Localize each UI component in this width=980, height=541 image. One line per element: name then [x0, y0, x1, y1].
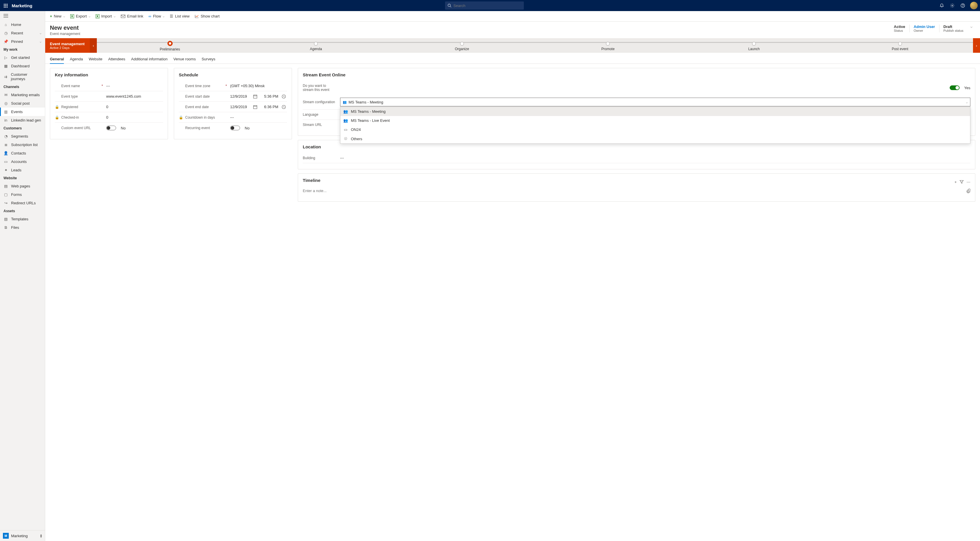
- cmd-email-link[interactable]: Email link: [119, 13, 145, 19]
- mail-icon: [121, 14, 126, 18]
- add-icon[interactable]: +: [955, 180, 957, 184]
- toggle-off[interactable]: [106, 125, 116, 130]
- search-input[interactable]: [453, 3, 522, 8]
- field-custom-url[interactable]: Custom event URL No: [55, 123, 163, 133]
- stage-preliminaries[interactable]: Preliminaries: [97, 40, 243, 51]
- field-building[interactable]: Building ---: [303, 153, 970, 163]
- teams-icon: 👥: [343, 109, 348, 114]
- tab-general[interactable]: General: [50, 55, 64, 63]
- card-key-information: Key information Event name* --- Event ty…: [50, 68, 168, 139]
- field-event-name[interactable]: Event name* ---: [55, 81, 163, 91]
- stage-organize[interactable]: Organize: [389, 40, 535, 51]
- area-switcher[interactable]: M Marketing ▴▾: [0, 530, 45, 541]
- clock-icon[interactable]: [281, 94, 287, 98]
- nav-segments[interactable]: ◔Segments: [0, 132, 45, 141]
- dd-option-others[interactable]: ⦾Others: [340, 134, 970, 143]
- chevron-down-icon: ⌵: [63, 14, 65, 18]
- attach-icon[interactable]: [966, 189, 970, 193]
- plus-icon: +: [50, 14, 52, 18]
- files-icon: 🗎: [3, 225, 8, 230]
- template-icon: ▧: [3, 217, 8, 221]
- nav-social-post[interactable]: ◎Social post: [0, 99, 45, 108]
- stage-launch[interactable]: Launch: [681, 40, 827, 51]
- area-badge: M: [3, 533, 9, 539]
- excel-icon: X: [95, 14, 99, 18]
- header-expand[interactable]: ⌵: [967, 24, 975, 29]
- journey-icon: ⇉: [3, 75, 8, 79]
- app-launcher[interactable]: [0, 0, 11, 11]
- cmd-import[interactable]: XImport⌵: [94, 13, 117, 19]
- lock-icon: 🔒: [55, 116, 59, 119]
- stage-promote[interactable]: Promote: [535, 40, 681, 51]
- nav-events[interactable]: ▥Events: [0, 108, 45, 116]
- field-timezone[interactable]: Event time zone* (GMT +05:30) Minsk: [179, 81, 287, 91]
- more-icon[interactable]: ⋯: [967, 180, 970, 184]
- clock-icon[interactable]: [281, 105, 287, 109]
- person-icon: 👤: [3, 151, 8, 155]
- tab-agenda[interactable]: Agenda: [70, 55, 83, 63]
- nav-subscription-list[interactable]: ≣Subscription list: [0, 141, 45, 149]
- flow-icon: ∞: [148, 14, 151, 18]
- toggle-on[interactable]: [950, 86, 959, 90]
- tab-additional-information[interactable]: Additional information: [131, 55, 168, 63]
- stage-agenda[interactable]: Agenda: [243, 40, 389, 51]
- stream-config-select[interactable]: 👥 MS Teams - Meeting ⌵ 👥MS Teams - Meeti…: [340, 98, 970, 106]
- nav-home[interactable]: ⌂Home: [0, 21, 45, 29]
- nav-dashboard[interactable]: ▦Dashboard: [0, 62, 45, 70]
- tab-surveys[interactable]: Surveys: [202, 55, 215, 63]
- sidebar-toggle[interactable]: [0, 11, 45, 21]
- page-title: New event: [50, 24, 80, 31]
- cmd-new[interactable]: +New⌵: [48, 13, 67, 19]
- nav-get-started[interactable]: ▷Get started: [0, 53, 45, 62]
- calendar-icon[interactable]: [252, 94, 258, 98]
- current-stage[interactable]: Event management Active 2 Days: [45, 38, 90, 53]
- page-header: New event Event management ActiveStatusA…: [45, 22, 980, 38]
- nav-accounts[interactable]: ▭Accounts: [0, 157, 45, 166]
- cmd-show-chart[interactable]: Show chart: [193, 13, 221, 19]
- cmd-list-view[interactable]: ☰List view: [168, 13, 191, 19]
- field-start-date[interactable]: Event start date 12/9/2019 5:36 PM: [179, 91, 287, 102]
- settings-button[interactable]: [947, 0, 957, 11]
- dd-option-on24[interactable]: ▭ON24: [340, 125, 970, 134]
- dd-option-ms-teams-meeting[interactable]: 👥MS Teams - Meeting: [340, 107, 970, 116]
- stage-prev[interactable]: ‹: [90, 38, 97, 53]
- page-subtitle: Event management: [50, 32, 80, 36]
- cmd-export[interactable]: XExport⌵: [68, 13, 92, 19]
- field-end-date[interactable]: Event end date 12/9/2019 6:36 PM: [179, 102, 287, 112]
- notifications-button[interactable]: [937, 0, 947, 11]
- nav-customer-journeys[interactable]: ⇉Customer journeys: [0, 70, 45, 83]
- field-stream-toggle[interactable]: Do you want to stream this event Yes: [303, 81, 970, 95]
- field-event-type[interactable]: Event type www.event1245.com: [55, 91, 163, 102]
- help-button[interactable]: [958, 0, 968, 11]
- nav-web-pages[interactable]: ▤Web pages: [0, 182, 45, 190]
- nav-templates[interactable]: ▧Templates: [0, 215, 45, 223]
- nav-forms[interactable]: ▢Forms: [0, 190, 45, 199]
- tab-venue-rooms[interactable]: Venue rooms: [173, 55, 196, 63]
- status-owner[interactable]: Admin UserOwner: [909, 24, 939, 32]
- card-location: Location Building ---: [298, 140, 975, 169]
- dashboard-icon: ▦: [3, 64, 8, 68]
- nav-leads[interactable]: ✦Leads: [0, 166, 45, 174]
- global-search[interactable]: [445, 2, 524, 10]
- stage-post-event[interactable]: Post event: [827, 40, 973, 51]
- field-recurring[interactable]: Recurring event No: [179, 123, 287, 133]
- dd-option-ms-teams-live-event[interactable]: 👥MS Teams - Live Event: [340, 116, 970, 125]
- nav-contacts[interactable]: 👤Contacts: [0, 149, 45, 157]
- nav-files[interactable]: 🗎Files: [0, 223, 45, 232]
- chevron-down-icon: ⌵: [40, 40, 41, 43]
- nav-redirect-urls[interactable]: ↪Redirect URLs: [0, 199, 45, 207]
- nav-linkedin-lead-gen[interactable]: inLinkedIn lead gen: [0, 116, 45, 124]
- cmd-flow[interactable]: ∞Flow⌵: [147, 13, 166, 19]
- segments-icon: ◔: [3, 134, 8, 138]
- filter-icon[interactable]: [959, 180, 964, 184]
- nav-pinned[interactable]: 📌Pinned⌵: [0, 37, 45, 46]
- calendar-icon[interactable]: [252, 105, 258, 109]
- nav-recent[interactable]: ◷Recent⌵: [0, 29, 45, 37]
- stage-next[interactable]: ›: [973, 38, 980, 53]
- user-avatar[interactable]: [970, 2, 978, 10]
- toggle-off[interactable]: [230, 125, 240, 130]
- tab-attendees[interactable]: Attendees: [108, 55, 126, 63]
- tab-website[interactable]: Website: [89, 55, 102, 63]
- timeline-note-input[interactable]: [303, 186, 966, 195]
- nav-marketing-emails[interactable]: ✉Marketing emails: [0, 90, 45, 99]
